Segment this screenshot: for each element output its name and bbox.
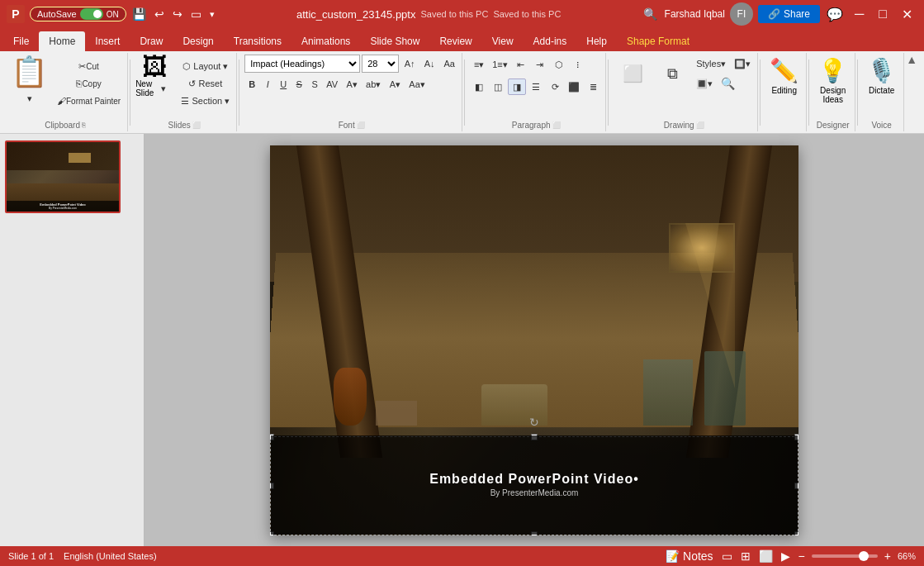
- arrange-button[interactable]: ⧉: [653, 55, 691, 93]
- quick-styles-button[interactable]: Styles▾: [693, 55, 729, 73]
- comments-button[interactable]: 💬: [825, 5, 845, 24]
- reset-button[interactable]: ↺ Reset: [178, 75, 233, 92]
- clipboard-content: 📋 ▾ ✂ Cut ⎘ Copy 🖌 Format Painter: [7, 55, 124, 119]
- rotate-handle[interactable]: ↻: [529, 417, 539, 427]
- text-highlight-button[interactable]: ab▾: [362, 76, 384, 93]
- new-slide-icon: 🖼: [142, 55, 167, 79]
- align-right-button[interactable]: ◨: [508, 78, 526, 95]
- user-avatar[interactable]: FI: [730, 2, 753, 26]
- font-color2-button[interactable]: A▾: [385, 76, 405, 93]
- slides-expand-icon[interactable]: ⬜: [192, 121, 201, 129]
- align-left-button[interactable]: ◧: [470, 78, 488, 95]
- format-painter-button[interactable]: 🖌 Format Painter: [54, 93, 124, 109]
- slide-canvas[interactable]: ↻ Embedded PowerPoint Video• By Presente…: [270, 145, 798, 535]
- tab-insert[interactable]: Insert: [85, 31, 130, 51]
- columns-button[interactable]: ⫶: [569, 56, 587, 73]
- design-ideas-button[interactable]: 💡 DesignIdeas: [814, 55, 851, 107]
- tab-file[interactable]: File: [3, 31, 39, 51]
- font-expand-icon[interactable]: ⬜: [357, 121, 365, 129]
- layout-button[interactable]: ⬡ Layout ▾: [178, 58, 233, 74]
- font-case-button[interactable]: Aa▾: [405, 76, 428, 93]
- smartart-button[interactable]: ⬡: [550, 56, 568, 73]
- slideshow-button[interactable]: ▶: [779, 549, 792, 563]
- tab-transitions[interactable]: Transitions: [224, 31, 291, 51]
- underline-button[interactable]: U: [276, 76, 291, 93]
- editing-button[interactable]: ✏️ Editing: [765, 55, 803, 98]
- align-text-button[interactable]: ⬛: [565, 78, 583, 95]
- dictate-button[interactable]: 🎙️ Dictate: [863, 55, 900, 98]
- clear-format-button[interactable]: Aa: [440, 55, 458, 72]
- customize-qat-button[interactable]: ▾: [207, 7, 217, 21]
- minimize-button[interactable]: ─: [850, 5, 869, 23]
- share-button[interactable]: 🔗 Share: [758, 5, 820, 23]
- close-button[interactable]: ✕: [897, 5, 917, 24]
- font-family-select[interactable]: Impact (Headings): [244, 55, 360, 73]
- presentation-view-button[interactable]: ▭: [188, 6, 204, 22]
- numbering-button[interactable]: 1≡▾: [489, 56, 511, 73]
- char-spacing-button[interactable]: AV: [323, 76, 341, 93]
- bold-button[interactable]: B: [244, 76, 259, 93]
- zoom-out-button[interactable]: −: [797, 549, 807, 563]
- align-center-button[interactable]: ◫: [489, 78, 507, 95]
- font-size-select[interactable]: 28: [362, 55, 399, 73]
- tab-slideshow[interactable]: Slide Show: [360, 31, 429, 51]
- tab-animations[interactable]: Animations: [291, 31, 360, 51]
- slide-1-container: 1 ★ Embedded PowerPoint Video By Present…: [5, 140, 139, 213]
- copy-button[interactable]: ⎘ Copy: [54, 75, 124, 92]
- decrease-indent-button[interactable]: ⇤: [512, 56, 530, 73]
- font-content: Impact (Headings) 28 A↑ A↓ Aa B I U S S …: [244, 55, 458, 119]
- paste-dropdown[interactable]: ▾: [21, 90, 39, 107]
- decrease-font-button[interactable]: A↓: [420, 55, 438, 72]
- reading-view-button[interactable]: ⬜: [757, 549, 775, 563]
- save-button[interactable]: 💾: [130, 6, 149, 22]
- shape-outline-button[interactable]: 🔳▾: [693, 74, 716, 93]
- tab-shapeformat[interactable]: Shape Format: [617, 31, 699, 51]
- autosave-badge[interactable]: AutoSave ON: [30, 7, 126, 21]
- tab-design[interactable]: Design: [173, 31, 223, 51]
- shape-fill-button[interactable]: 🔲▾: [731, 55, 754, 73]
- video-overlay: Embedded PowerPoint Video• By PresenterM…: [271, 435, 798, 535]
- tab-draw[interactable]: Draw: [130, 31, 173, 51]
- text-direction-button[interactable]: ⟳: [546, 78, 564, 95]
- find-button[interactable]: 🔍: [718, 74, 738, 93]
- ribbon-collapse-button[interactable]: ▲: [906, 53, 917, 66]
- paragraph-expand-icon[interactable]: ⬜: [552, 121, 561, 129]
- tab-review[interactable]: Review: [429, 31, 481, 51]
- new-slide-dropdown[interactable]: ▾: [154, 80, 173, 97]
- undo-button[interactable]: ↩: [152, 6, 167, 22]
- tab-help[interactable]: Help: [576, 31, 617, 51]
- section-button[interactable]: ☰ Section ▾: [178, 93, 233, 109]
- notes-button[interactable]: 📝 Notes: [664, 549, 714, 563]
- tab-addins[interactable]: Add-ins: [524, 31, 577, 51]
- tab-view[interactable]: View: [482, 31, 524, 51]
- slide-thumbnail[interactable]: Embedded PowerPoint Video By PresenterMe…: [5, 140, 121, 213]
- paragraph-row2: ◧ ◫ ◨ ☰ ⟳ ⬛ ≣: [470, 77, 602, 97]
- font-color-button[interactable]: A▾: [342, 76, 362, 93]
- zoom-thumb[interactable]: [859, 551, 869, 561]
- statusbar: Slide 1 of 1 English (United States) 📝 N…: [0, 546, 924, 566]
- normal-view-button[interactable]: ▭: [720, 549, 734, 563]
- zoom-in-button[interactable]: +: [883, 549, 893, 563]
- search-button[interactable]: 🔍: [641, 6, 660, 22]
- clipboard-expand-icon[interactable]: ⎘: [82, 121, 86, 129]
- increase-font-button[interactable]: A↑: [400, 55, 419, 72]
- italic-button[interactable]: I: [260, 76, 275, 93]
- redo-button[interactable]: ↪: [170, 6, 185, 22]
- tab-home[interactable]: Home: [39, 31, 85, 51]
- paste-button[interactable]: 📋: [7, 55, 52, 89]
- drawing-expand-icon[interactable]: ⬜: [696, 121, 704, 129]
- slide-sorter-button[interactable]: ⊞: [739, 549, 752, 563]
- autosave-toggle[interactable]: [80, 8, 103, 20]
- cut-button[interactable]: ✂ Cut: [54, 58, 124, 74]
- justify-button[interactable]: ☰: [527, 78, 545, 95]
- restore-button[interactable]: □: [874, 5, 892, 23]
- text-shadow-button[interactable]: S: [307, 76, 322, 93]
- line-spacing-button[interactable]: ≣: [584, 78, 602, 95]
- selection-box[interactable]: ↻ Embedded PowerPoint Video• By Presente…: [270, 436, 798, 535]
- zoom-slider[interactable]: [812, 554, 878, 558]
- sep1: [130, 59, 130, 126]
- increase-indent-button[interactable]: ⇥: [531, 56, 549, 73]
- shapes-button[interactable]: ⬜: [614, 55, 652, 93]
- bullets-button[interactable]: ≡▾: [470, 56, 488, 73]
- strikethrough-button[interactable]: S: [291, 76, 306, 93]
